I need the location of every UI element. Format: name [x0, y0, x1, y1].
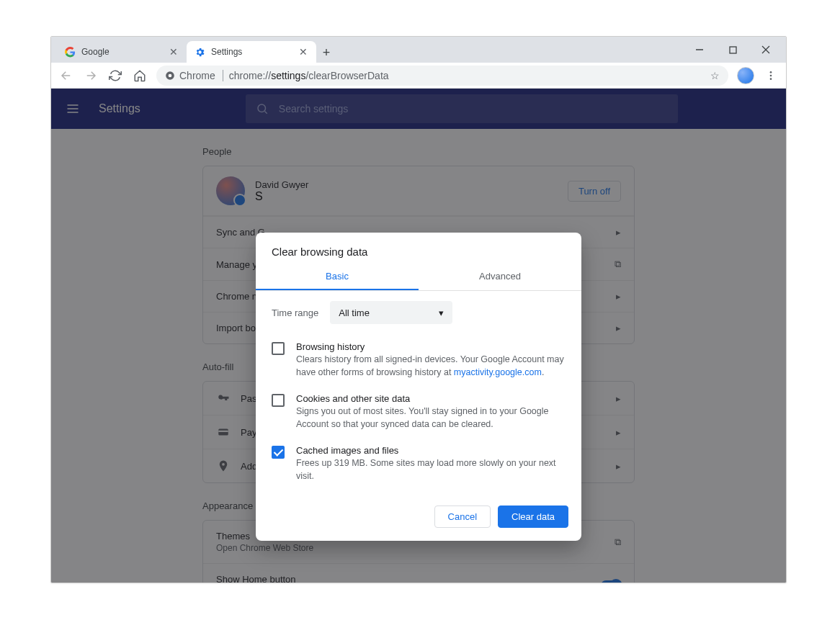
option-browsing-history: Browsing history Clears history from all… — [272, 334, 566, 386]
clear-data-dialog: Clear browsing data Basic Advanced Time … — [256, 233, 581, 541]
checkbox[interactable] — [272, 446, 285, 459]
close-icon[interactable]: ✕ — [298, 46, 309, 58]
tab-settings[interactable]: Settings ✕ — [187, 41, 316, 63]
back-button[interactable] — [58, 68, 74, 84]
tab-google[interactable]: Google ✕ — [57, 41, 187, 63]
menu-button[interactable] — [763, 68, 779, 84]
tab-basic[interactable]: Basic — [256, 264, 419, 290]
option-title: Cookies and other site data — [296, 393, 566, 404]
tab-advanced[interactable]: Advanced — [419, 264, 581, 290]
tab-strip: Google ✕ Settings ✕ + — [51, 37, 786, 63]
google-favicon — [64, 46, 76, 58]
forward-button[interactable] — [83, 68, 99, 84]
browser-window: Google ✕ Settings ✕ + — [50, 36, 787, 583]
new-tab-button[interactable]: + — [316, 42, 336, 63]
option-title: Cached images and files — [296, 445, 566, 456]
url-text: chrome://settings/clearBrowserData — [229, 70, 389, 81]
toolbar: Chrome chrome://settings/clearBrowserDat… — [51, 63, 786, 89]
star-icon[interactable]: ☆ — [710, 70, 720, 81]
close-icon[interactable]: ✕ — [168, 46, 179, 58]
option-cached: Cached images and files Frees up 319 MB.… — [272, 438, 566, 490]
close-window-button[interactable] — [756, 40, 776, 60]
chevron-down-icon: ▾ — [439, 307, 444, 318]
option-desc: Signs you out of most sites. You'll stay… — [296, 405, 566, 431]
settings-favicon — [194, 46, 205, 58]
reload-button[interactable] — [107, 68, 123, 84]
dialog-tabs: Basic Advanced — [256, 264, 581, 291]
svg-point-7 — [770, 74, 772, 76]
option-desc: Clears history from all signed-in device… — [296, 354, 566, 379]
time-range-value: All time — [339, 307, 370, 318]
option-cookies: Cookies and other site data Signs you ou… — [272, 386, 566, 438]
activity-link[interactable]: myactivity.google.com — [454, 367, 542, 377]
home-button[interactable] — [132, 68, 148, 84]
svg-point-5 — [169, 73, 172, 77]
content-area: Settings People David Gwyer S — [51, 89, 786, 583]
svg-point-6 — [770, 71, 772, 73]
maximize-button[interactable] — [723, 40, 743, 60]
modal-overlay: Clear browsing data Basic Advanced Time … — [51, 89, 786, 583]
tab-label: Settings — [211, 47, 242, 57]
option-title: Browsing history — [296, 341, 566, 352]
checkbox[interactable] — [272, 342, 285, 355]
chrome-icon — [165, 71, 175, 81]
option-desc: Frees up 319 MB. Some sites may load mor… — [296, 457, 566, 482]
minimize-button[interactable] — [689, 40, 710, 60]
clear-data-button[interactable]: Clear data — [498, 506, 568, 528]
chrome-label: Chrome — [179, 70, 215, 81]
svg-rect-1 — [730, 47, 736, 53]
dialog-title: Clear browsing data — [256, 233, 581, 264]
cancel-button[interactable]: Cancel — [434, 506, 491, 528]
time-range-select[interactable]: All time ▾ — [330, 301, 452, 324]
omnibox[interactable]: Chrome chrome://settings/clearBrowserDat… — [156, 66, 728, 86]
time-range-label: Time range — [272, 307, 318, 318]
checkbox[interactable] — [272, 394, 285, 407]
profile-avatar[interactable] — [737, 67, 754, 84]
svg-point-8 — [770, 78, 772, 80]
tab-label: Google — [81, 47, 110, 57]
